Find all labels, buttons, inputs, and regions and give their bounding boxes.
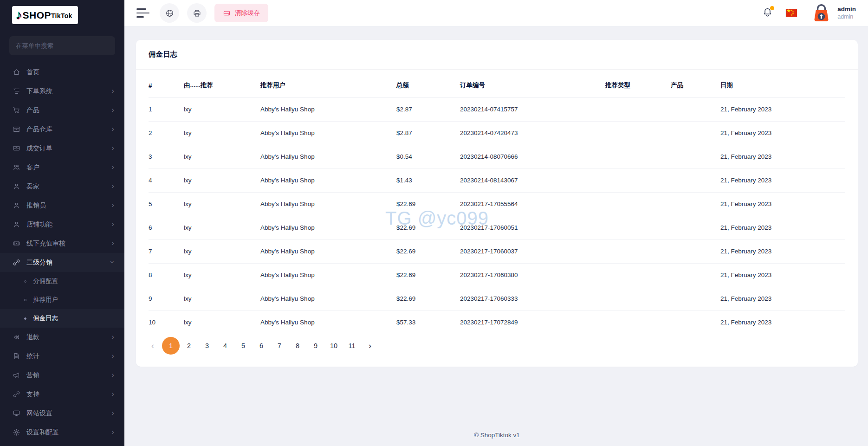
language-flag-china[interactable]: ★ ★ ★ ★ ★ <box>786 9 797 17</box>
avatar[interactable] <box>811 3 832 24</box>
sidebar-item-marketing[interactable]: 营销 › <box>0 366 124 385</box>
page-button-3[interactable]: 3 <box>198 337 216 355</box>
page-button-9[interactable]: 9 <box>307 337 324 355</box>
table-row[interactable]: 3 lxy Abby's Hallyu Shop $0.54 20230214-… <box>149 145 845 168</box>
cell-referred-user: Abby's Hallyu Shop <box>260 192 396 216</box>
sidebar-item-statistics[interactable]: 统计 › <box>0 347 124 366</box>
user-meta[interactable]: admin admin <box>837 6 856 21</box>
sidebar-subitem-commission-config[interactable]: 分佣配置 <box>0 272 124 291</box>
page-button-2[interactable]: 2 <box>180 337 198 355</box>
page-button-6[interactable]: 6 <box>253 337 270 355</box>
cell-product <box>671 121 720 145</box>
cell-product <box>671 216 720 239</box>
cell-amount: $57.33 <box>396 310 460 334</box>
page-prev-button[interactable]: ‹ <box>144 337 162 355</box>
table-row[interactable]: 5 lxy Abby's Hallyu Shop $22.69 20230217… <box>149 192 845 216</box>
sidebar-item-products[interactable]: 产品 › <box>0 101 124 120</box>
bullet-icon <box>24 317 26 320</box>
page-button-8[interactable]: 8 <box>289 337 306 355</box>
sidebar-item-customers[interactable]: 客户 › <box>0 158 124 177</box>
sidebar-toggle-button[interactable] <box>136 8 149 18</box>
print-button[interactable] <box>187 3 207 23</box>
sidebar-item-salesmen[interactable]: 推销员 › <box>0 196 124 215</box>
table-body: 1 lxy Abby's Hallyu Shop $2.87 20230214-… <box>149 97 845 334</box>
sidebar-item-sellers[interactable]: 卖家 › <box>0 177 124 196</box>
sidebar-subitem-commission-log[interactable]: 佣金日志 <box>0 309 124 328</box>
sidebar-item-three-level-distribution[interactable]: 三级分销 › <box>0 253 124 272</box>
logo[interactable]: ♪ SHOP TikTok <box>0 0 124 30</box>
cell-referred-user: Abby's Hallyu Shop <box>260 216 396 239</box>
cell-index: 3 <box>149 145 184 168</box>
sidebar-item-refunds[interactable]: 退款 › <box>0 328 124 347</box>
user-icon <box>13 201 20 209</box>
sidebar-item-offline-recharge-review[interactable]: 线下充值审核 › <box>0 234 124 253</box>
cell-order-no: 20230217-17060380 <box>460 263 605 287</box>
sidebar-item-order-system[interactable]: 下单系统 › <box>0 82 124 101</box>
sidebar-item-product-warehouse[interactable]: 产品仓库 › <box>0 120 124 139</box>
clear-cache-label: 清除缓存 <box>235 9 260 17</box>
sidebar-search <box>0 30 124 59</box>
cell-order-no: 20230217-17060037 <box>460 239 605 263</box>
cell-referred-user: Abby's Hallyu Shop <box>260 287 396 310</box>
cell-ref-type <box>605 263 671 287</box>
user-name: admin <box>837 6 856 13</box>
table-wrap: #由......推荐推荐用户总额订单编号推荐类型产品日期 1 lxy Abby'… <box>136 70 858 334</box>
doc-icon <box>13 352 20 360</box>
table-row[interactable]: 9 lxy Abby's Hallyu Shop $22.69 20230217… <box>149 287 845 310</box>
language-button[interactable] <box>160 3 179 23</box>
chevron-right-icon: › <box>111 409 114 417</box>
page-button-5[interactable]: 5 <box>234 337 252 355</box>
logo-text-tiktok: TikTok <box>51 12 72 19</box>
sidebar-item-shop-features[interactable]: 店铺功能 › <box>0 215 124 234</box>
sidebar-item-home[interactable]: 首页 › <box>0 63 124 82</box>
table-row[interactable]: 6 lxy Abby's Hallyu Shop $22.69 20230217… <box>149 216 845 239</box>
cell-ref-type <box>605 310 671 334</box>
notifications-button[interactable] <box>762 7 773 19</box>
cart-icon <box>13 106 20 114</box>
sidebar-subitem-referred-users[interactable]: 推荐用户 <box>0 291 124 309</box>
cell-order-no: 20230214-07415757 <box>460 97 605 121</box>
column-header-7: 日期 <box>720 74 845 97</box>
cell-referred-user: Abby's Hallyu Shop <box>260 310 396 334</box>
box-icon <box>13 125 20 133</box>
cell-date: 21, February 2023 <box>720 287 845 310</box>
logo-text-shop: SHOP <box>23 10 52 21</box>
page-button-1[interactable]: 1 <box>162 337 180 355</box>
content-area: 佣金日志 TG @yc099 #由......推荐推荐用户总额订单编号推荐类型产… <box>124 26 868 446</box>
logo-box: ♪ SHOP TikTok <box>12 6 78 24</box>
sidebar-item-settings-config[interactable]: 设置和配置 › <box>0 423 124 442</box>
burger-line <box>136 8 146 10</box>
cell-order-no: 20230217-17060051 <box>460 216 605 239</box>
page-button-7[interactable]: 7 <box>271 337 288 355</box>
menu-search-input[interactable] <box>9 36 115 55</box>
sidebar-item-completed-orders[interactable]: 成交订单 › <box>0 139 124 158</box>
page-button-10[interactable]: 10 <box>325 337 343 355</box>
page-button-4[interactable]: 4 <box>216 337 234 355</box>
column-header-3: 总额 <box>396 74 460 97</box>
table-row[interactable]: 4 lxy Abby's Hallyu Shop $1.43 20230214-… <box>149 168 845 192</box>
page-next-button[interactable]: › <box>361 337 379 355</box>
clear-cache-button[interactable]: 清除缓存 <box>214 4 268 22</box>
page-button-11[interactable]: 11 <box>343 337 361 355</box>
commission-table: #由......推荐推荐用户总额订单编号推荐类型产品日期 1 lxy Abby'… <box>149 74 845 334</box>
hdd-icon <box>223 9 231 17</box>
cell-referrer: lxy <box>184 145 260 168</box>
cell-ref-type <box>605 168 671 192</box>
sidebar-item-site-settings[interactable]: 网站设置 › <box>0 404 124 423</box>
table-row[interactable]: 2 lxy Abby's Hallyu Shop $2.87 20230214-… <box>149 121 845 145</box>
banknote-icon <box>13 239 20 247</box>
cell-index: 7 <box>149 239 184 263</box>
cell-referrer: lxy <box>184 216 260 239</box>
chevron-right-icon: › <box>111 125 114 133</box>
cell-product <box>671 263 720 287</box>
table-row[interactable]: 7 lxy Abby's Hallyu Shop $22.69 20230217… <box>149 239 845 263</box>
printer-icon <box>193 9 201 18</box>
cell-product <box>671 97 720 121</box>
table-row[interactable]: 10 lxy Abby's Hallyu Shop $57.33 2023021… <box>149 310 845 334</box>
table-row[interactable]: 8 lxy Abby's Hallyu Shop $22.69 20230217… <box>149 263 845 287</box>
monitor-icon <box>13 409 20 417</box>
megaphone-icon <box>13 371 20 379</box>
home-icon <box>13 68 20 76</box>
table-row[interactable]: 1 lxy Abby's Hallyu Shop $2.87 20230214-… <box>149 97 845 121</box>
sidebar-item-support[interactable]: 支持 › <box>0 385 124 404</box>
